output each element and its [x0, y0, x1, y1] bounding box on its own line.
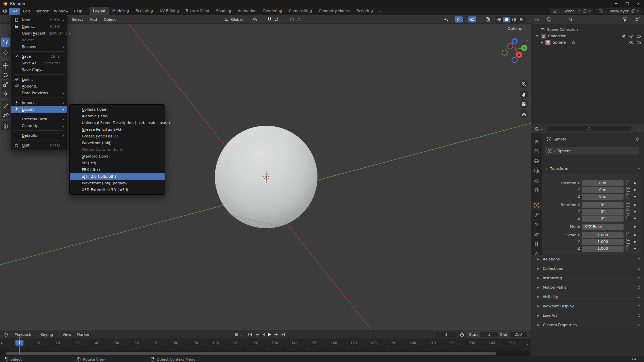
export-menu-item[interactable]: Stl (.stl) ▸ [70, 160, 165, 166]
value-field[interactable]: 0 m [582, 180, 624, 186]
copy-icon[interactable] [583, 9, 587, 13]
chevron-down-icon[interactable]: ⌄ [281, 18, 284, 21]
collapsed-section[interactable]: ▶ Viewport Display [531, 302, 644, 311]
clear-viewlayer-icon[interactable]: × [637, 9, 640, 13]
properties-tab[interactable] [531, 147, 542, 156]
collapsed-section[interactable]: ▶ Relations [531, 255, 644, 264]
camera-icon[interactable] [637, 40, 641, 45]
collapsed-section[interactable]: ▶ Instancing [531, 274, 644, 283]
animate-dot-icon[interactable] [634, 204, 636, 206]
snap-magnet-icon[interactable] [267, 17, 272, 22]
collapsed-section[interactable]: ▶ Visibility [531, 292, 644, 302]
drag-handle-icon[interactable] [636, 168, 640, 170]
falloff-curve-icon[interactable] [297, 17, 301, 22]
workspace-tab[interactable]: Geometry Nodes [315, 7, 353, 15]
drag-handle-icon[interactable] [636, 314, 640, 317]
drag-handle-icon[interactable] [636, 277, 640, 279]
viewport-options-dropdown[interactable]: Options ⌄ [508, 26, 526, 31]
chevron-down-icon[interactable]: ⌄ [637, 127, 640, 130]
gizmos-toggle[interactable] [455, 16, 463, 22]
value-field[interactable]: 0 m [582, 187, 624, 193]
file-menu-item[interactable]: ▸ [11, 129, 67, 132]
animate-dot-icon[interactable] [634, 196, 636, 197]
export-menu-item[interactable]: Grease Pencil as PDF ▸ [70, 133, 165, 139]
chevron-down-icon[interactable]: ⌄ [541, 18, 543, 21]
animate-dot-icon[interactable] [634, 218, 636, 219]
filter-icon[interactable] [623, 17, 627, 22]
properties-tab[interactable] [531, 240, 542, 248]
collapsed-section[interactable]: ▶ Line Art [531, 311, 644, 320]
play-button[interactable] [268, 332, 272, 337]
file-menu-item[interactable]: Export ▸ [11, 106, 67, 113]
properties-tab[interactable] [531, 186, 542, 194]
start-field[interactable]: 1 [480, 332, 498, 337]
shading-wireframe-button[interactable] [496, 17, 503, 22]
drag-handle-icon[interactable] [636, 296, 640, 298]
shading-solid-button[interactable] [503, 17, 510, 22]
ortho-toggle-button[interactable] [520, 110, 528, 118]
add-workspace-button[interactable]: + [376, 9, 384, 13]
shading-material-button[interactable] [511, 17, 518, 22]
shading-rendered-button[interactable] [518, 17, 525, 22]
chevron-down-icon[interactable]: ⌄ [629, 18, 631, 21]
workspace-tab[interactable]: Compositing [286, 7, 315, 15]
animate-dot-icon[interactable] [634, 182, 636, 184]
export-menu-item[interactable]: glTF 2.0 (.glb/.gltf) ▸ [70, 173, 165, 180]
chevron-down-icon[interactable]: ⌄ [240, 333, 243, 336]
clear-scene-icon[interactable]: × [588, 9, 591, 13]
value-field[interactable]: 0° [582, 202, 624, 208]
timeline-menu-item[interactable]: View ⌄ [60, 331, 74, 339]
jump-to-end-button[interactable] [281, 333, 285, 337]
object-name-field[interactable]: ⌄ Sphere [545, 147, 639, 155]
workspace-tab[interactable]: Modeling [109, 7, 132, 15]
collapse-panel-icon[interactable]: ‹ [527, 342, 529, 347]
file-menu-item[interactable]: Save Copy... ▸ [11, 66, 67, 73]
timeline-menu-item[interactable]: Keying ⌄ [38, 331, 60, 339]
drag-handle-icon[interactable] [636, 258, 640, 260]
file-menu-item[interactable]: ▸ [11, 96, 67, 99]
tool-button[interactable] [1, 110, 10, 119]
pin-icon[interactable] [577, 9, 581, 13]
maximize-button[interactable]: □ [625, 1, 629, 6]
chevron-down-icon[interactable]: ⌄ [9, 333, 11, 336]
viewport-menu-item[interactable]: Add [86, 16, 100, 23]
copy-icon[interactable] [631, 9, 635, 13]
menubar-item[interactable]: Render [33, 8, 51, 15]
file-menu-item[interactable]: Open Recent Shift Ctrl O ▸ [11, 30, 67, 37]
drag-handle-icon[interactable] [636, 324, 640, 326]
stopwatch-icon[interactable] [460, 332, 464, 337]
current-frame-field[interactable]: 1 [435, 332, 457, 337]
chevron-down-icon[interactable]: ⌄ [527, 18, 530, 21]
file-menu-item[interactable]: Save Ctrl S ▸ [11, 53, 67, 60]
tool-button[interactable] [1, 89, 10, 98]
menubar-item[interactable]: Edit [20, 8, 33, 15]
properties-tab[interactable] [531, 157, 542, 165]
properties-tab[interactable] [531, 210, 542, 219]
workspace-tab[interactable]: Shading [213, 7, 235, 15]
chevron-down-icon[interactable]: ⌄ [450, 18, 453, 21]
export-menu-item[interactable]: Universal Scene Description (.usd, .usdc… [70, 119, 165, 126]
animate-dot-icon[interactable] [634, 241, 636, 243]
disclosure-open-icon[interactable]: ▼ [535, 35, 539, 38]
record-button[interactable] [235, 333, 238, 336]
chevron-down-icon[interactable]: ⌄ [245, 18, 248, 21]
collapsed-section[interactable]: ▶ Custom Properties [531, 320, 644, 330]
pan-hand-button[interactable] [520, 90, 528, 99]
tool-button[interactable] [1, 101, 10, 110]
tool-button[interactable] [1, 70, 10, 79]
value-field[interactable]: 1.000 [582, 232, 624, 238]
blender-app-icon[interactable] [2, 9, 7, 13]
lock-icon[interactable] [627, 210, 630, 214]
timeline-ruler[interactable]: 1020304050607080901001101201301401501601… [0, 339, 531, 348]
timeline-menu-item[interactable]: Marker ⌄ [74, 331, 92, 339]
tool-button[interactable] [1, 38, 10, 47]
file-menu-item[interactable]: Clean Up ▸ [11, 122, 67, 129]
file-menu-item[interactable]: Quit Ctrl Q ▸ [11, 142, 67, 148]
file-menu-item[interactable]: Data Previews ▸ [11, 89, 67, 96]
properties-tab[interactable] [531, 230, 542, 239]
file-menu-item[interactable]: ▸ [11, 113, 67, 116]
lock-icon[interactable] [627, 234, 630, 237]
close-button[interactable]: × [637, 1, 640, 6]
file-menu-item[interactable]: Link... ▸ [11, 76, 67, 83]
viewlayer-selector[interactable]: ⌄ ViewLayer × [596, 8, 642, 14]
